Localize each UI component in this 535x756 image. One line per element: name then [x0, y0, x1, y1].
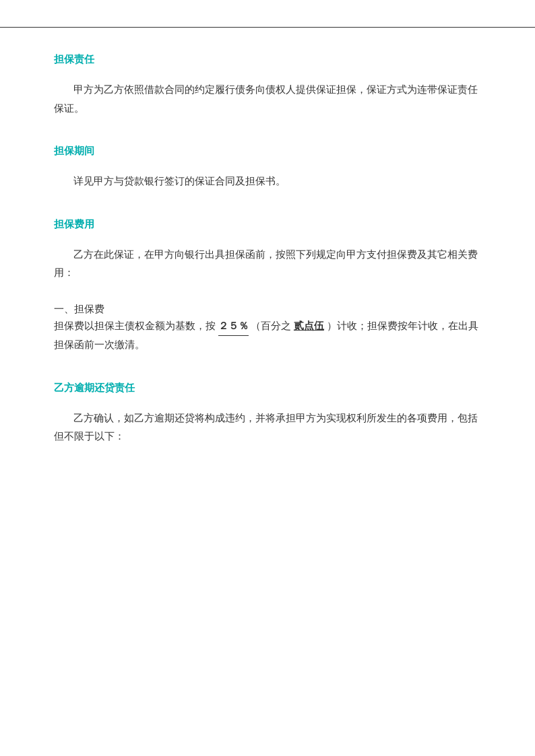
section-title-guarantee-period: 担保期间 [54, 145, 481, 158]
page: 担保责任 甲方为乙方依照借款合同的约定履行债务向债权人提供保证担保，保证方式为连… [0, 27, 535, 756]
section-title-guarantee-responsibility: 担保责任 [54, 53, 481, 66]
paragraph-overdue: 乙方确认，如乙方逾期还贷将构成违约，并将承担甲方为实现权利所发生的各项费用，包括… [54, 409, 481, 446]
section-title-overdue: 乙方逾期还贷责任 [54, 382, 481, 394]
paragraph-guarantee-fee-detail: 担保费以担保主债权金额为基数，按 ２５％ （百分之 贰点伍 ）计收；担保费按年计… [54, 317, 481, 355]
paragraph-guarantee-fee: 乙方在此保证，在甲方向银行出具担保函前，按照下列规定向甲方支付担保费及其它相关费… [54, 246, 481, 283]
paragraph-guarantee-period: 详见甲方与贷款银行签订的保证合同及担保书。 [54, 172, 481, 191]
fee-text-before: 担保费以担保主债权金额为基数，按 [54, 320, 216, 331]
spacer-1 [54, 73, 481, 81]
subsection-title-guarantee-fee-1: 一、担保费 [54, 303, 481, 316]
spacer-8 [54, 401, 481, 409]
content: 担保责任 甲方为乙方依照借款合同的约定履行债务向债权人提供保证担保，保证方式为连… [0, 28, 535, 507]
spacer-6 [54, 289, 481, 294]
section-title-guarantee-fee: 担保费用 [54, 218, 481, 231]
paragraph-guarantee-responsibility: 甲方为乙方依照借款合同的约定履行债务向债权人提供保证担保，保证方式为连带保证责任… [54, 81, 481, 118]
spacer-2 [54, 125, 481, 133]
spacer-7 [54, 362, 481, 370]
percentage-value: ２５％ [218, 317, 249, 337]
spacer-3 [54, 164, 481, 172]
spacer-4 [54, 198, 481, 206]
fee-text-paren-open: （百分之 [251, 320, 291, 331]
spacer-5 [54, 238, 481, 246]
percentage-chinese: 贰点伍 [294, 320, 324, 331]
